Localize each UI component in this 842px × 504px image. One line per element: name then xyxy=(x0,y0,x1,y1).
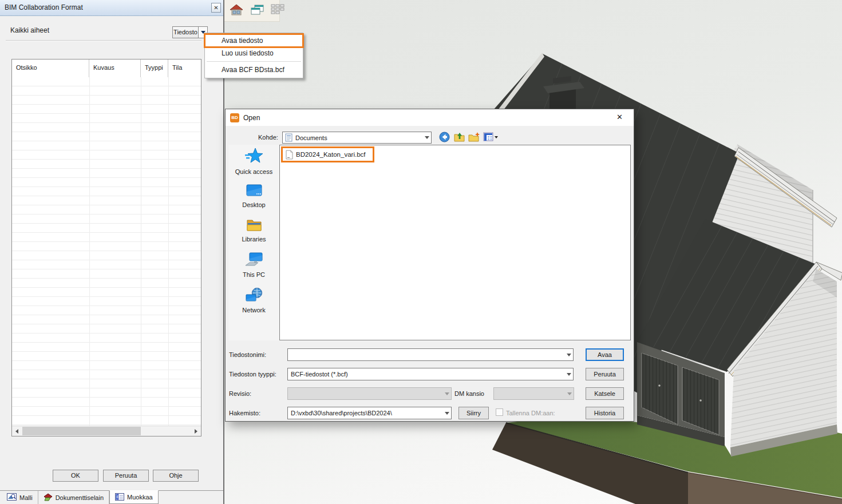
place-network[interactable]: Network xyxy=(228,287,279,313)
revision-label: Revisio: xyxy=(229,390,251,397)
close-icon[interactable]: ✕ xyxy=(211,3,221,13)
subjects-table[interactable]: Otsikko Kuvaus Tyyppi Tila xyxy=(11,59,201,436)
place-label: Desktop xyxy=(228,201,279,208)
scroll-right-icon[interactable] xyxy=(191,426,201,436)
ok-button[interactable]: OK xyxy=(53,470,98,482)
file-button-label[interactable]: Tiedosto xyxy=(172,26,199,38)
dialog-close-icon[interactable]: ✕ xyxy=(616,113,623,121)
horizontal-scrollbar[interactable] xyxy=(12,426,201,436)
viewport-toolbar xyxy=(224,0,280,22)
places-sidebar: Quick access Desktop Libraries This PC N… xyxy=(228,145,279,340)
table-header-row: Otsikko Kuvaus Tyyppi Tila xyxy=(12,59,201,78)
place-libraries[interactable]: Libraries xyxy=(228,217,279,243)
scrollbar-thumb[interactable] xyxy=(22,427,141,435)
directory-label: Hakemisto: xyxy=(229,410,260,416)
save-to-dm-checkbox xyxy=(496,408,503,416)
bd-app-icon: BD xyxy=(230,113,239,122)
look-in-combobox[interactable]: Documents xyxy=(282,132,432,144)
go-button[interactable]: Siirry xyxy=(458,407,489,419)
file-item-bcf[interactable]: BD2024_Katon_vari.bcf xyxy=(281,146,374,162)
file-icon xyxy=(286,150,293,160)
up-one-level-icon[interactable] xyxy=(453,132,465,145)
look-in-label: Kohde: xyxy=(258,134,278,141)
menu-item-avaa-tiedosto[interactable]: Avaa tiedosto xyxy=(205,34,303,47)
tab-label: Muokkaa xyxy=(127,494,153,501)
column-header-kuvaus[interactable]: Kuvaus xyxy=(89,59,141,77)
open-button[interactable]: Avaa xyxy=(586,348,624,361)
directory-value: D:\vxbd\30\shared\projects\BD2024\ xyxy=(288,410,443,416)
place-label: This PC xyxy=(228,271,279,278)
dialog-title: Open xyxy=(243,114,260,122)
file-dropdown-menu: Avaa tiedosto Luo uusi tiedosto Avaa BCF… xyxy=(204,33,303,78)
file-item-label: BD2024_Katon_vari.bcf xyxy=(296,151,365,158)
separator xyxy=(6,40,201,41)
tab-muokkaa[interactable]: E Muokkaa xyxy=(109,490,159,504)
model-tab-icon xyxy=(7,493,17,502)
tile-windows-icon[interactable] xyxy=(270,3,285,19)
menu-item-avaa-bcf-bdsta[interactable]: Avaa BCF BDsta.bcf xyxy=(205,64,303,76)
scroll-left-icon[interactable] xyxy=(12,426,22,436)
grid-line xyxy=(141,77,141,426)
column-header-tila[interactable]: Tila xyxy=(168,59,201,77)
model-home-icon[interactable] xyxy=(229,3,244,19)
file-type-combobox[interactable]: BCF-tiedostot (*.bcf) xyxy=(287,368,574,380)
file-split-button[interactable]: Tiedosto xyxy=(172,26,208,38)
view-button[interactable]: Katsele xyxy=(586,387,624,400)
column-header-otsikko[interactable]: Otsikko xyxy=(12,59,89,77)
documents-icon xyxy=(285,133,292,142)
application-window: BIM Collaboration Format ✕ Kaikki aiheet… xyxy=(0,0,842,504)
tab-malli[interactable]: Malli xyxy=(2,491,38,504)
tab-dokumenttiselain[interactable]: Dokumenttiselain xyxy=(38,491,109,504)
chevron-down-icon[interactable] xyxy=(565,354,573,356)
column-header-tyyppi[interactable]: Tyyppi xyxy=(141,59,168,77)
chevron-down-icon[interactable] xyxy=(443,412,451,415)
cancel-button[interactable]: Peruuta xyxy=(103,470,149,482)
grid-line xyxy=(168,77,169,426)
menu-item-luo-uusi-tiedosto[interactable]: Luo uusi tiedosto xyxy=(205,47,303,59)
bim-collaboration-panel: BIM Collaboration Format ✕ Kaikki aiheet… xyxy=(0,0,224,504)
dm-folder-combobox xyxy=(493,387,574,400)
place-this-pc[interactable]: This PC xyxy=(228,251,279,278)
panel-title: BIM Collaboration Format xyxy=(5,3,83,11)
save-to-dm-label: Tallenna DM:aan: xyxy=(506,410,555,416)
menu-separator xyxy=(207,61,301,62)
revision-combobox xyxy=(287,387,452,400)
quick-access-icon xyxy=(244,147,264,165)
dm-folder-label: DM kansio xyxy=(454,390,484,397)
table-body-empty[interactable] xyxy=(12,77,201,426)
tab-label: Malli xyxy=(19,494,33,501)
dialog-nav-toolbar xyxy=(438,131,499,145)
new-folder-icon[interactable] xyxy=(468,132,480,145)
libraries-icon xyxy=(245,217,263,233)
cascade-windows-icon[interactable] xyxy=(250,3,264,19)
directory-combobox[interactable]: D:\vxbd\30\shared\projects\BD2024\ xyxy=(287,407,452,419)
place-quick-access[interactable]: Quick access xyxy=(228,147,279,175)
document-browser-tab-icon xyxy=(44,493,53,502)
file-list[interactable]: BD2024_Katon_vari.bcf xyxy=(279,145,631,340)
place-label: Libraries xyxy=(228,236,279,243)
history-button[interactable]: Historia xyxy=(586,407,624,419)
place-label: Network xyxy=(228,307,279,313)
file-name-label: Tiedostonimi: xyxy=(229,351,266,358)
chevron-down-icon[interactable] xyxy=(423,136,431,139)
file-name-combobox[interactable] xyxy=(287,348,574,361)
back-icon[interactable] xyxy=(438,131,450,145)
tab-label: Dokumenttiselain xyxy=(56,494,104,501)
network-icon xyxy=(244,287,264,304)
look-in-value: Documents xyxy=(292,134,423,141)
desktop-icon xyxy=(245,182,263,199)
svg-text:E: E xyxy=(117,494,120,499)
panel-titlebar: BIM Collaboration Format ✕ xyxy=(0,0,223,16)
this-pc-icon xyxy=(244,251,264,268)
chevron-down-icon[interactable] xyxy=(565,373,573,376)
all-subjects-label: Kaikki aiheet xyxy=(10,26,49,34)
file-type-value: BCF-tiedostot (*.bcf) xyxy=(288,371,565,378)
grid-line xyxy=(89,77,90,426)
view-menu-icon[interactable] xyxy=(483,132,499,144)
help-button[interactable]: Ohje xyxy=(153,470,199,482)
place-desktop[interactable]: Desktop xyxy=(228,182,279,208)
dialog-cancel-button[interactable]: Peruuta xyxy=(586,368,624,380)
place-label: Quick access xyxy=(228,168,279,175)
dialog-titlebar[interactable]: BD Open xyxy=(226,109,634,126)
edit-tab-icon: E xyxy=(115,493,124,502)
